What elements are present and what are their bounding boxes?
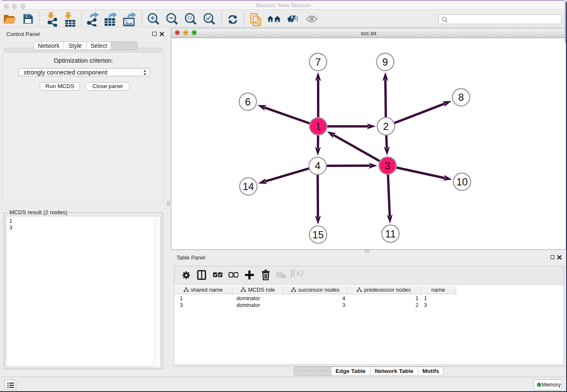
svg-text:6: 6 — [245, 96, 250, 107]
svg-text:2: 2 — [383, 120, 388, 132]
svg-text:9: 9 — [383, 56, 388, 67]
svg-text:1: 1 — [315, 121, 321, 132]
svg-text:4: 4 — [315, 160, 320, 171]
svg-text:8: 8 — [458, 91, 464, 103]
svg-text:14: 14 — [242, 180, 254, 192]
svg-text:7: 7 — [315, 56, 321, 67]
svg-text:3: 3 — [385, 160, 390, 171]
svg-text:11: 11 — [385, 228, 396, 239]
svg-text:15: 15 — [312, 229, 324, 240]
svg-text:10: 10 — [457, 176, 468, 187]
